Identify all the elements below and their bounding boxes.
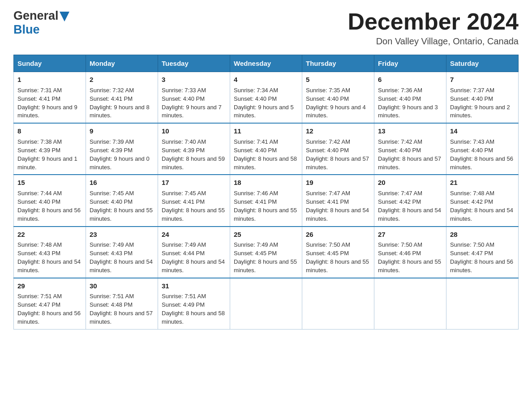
day-info: Sunrise: 7:45 AMSunset: 4:40 PMDaylight:… <box>90 190 153 222</box>
table-row: 7Sunrise: 7:37 AMSunset: 4:40 PMDaylight… <box>446 72 519 124</box>
location-subtitle: Don Valley Village, Ontario, Canada <box>348 36 519 47</box>
table-row <box>446 278 519 330</box>
day-number: 8 <box>17 126 82 136</box>
calendar-header-row: Sunday Monday Tuesday Wednesday Thursday… <box>14 55 519 72</box>
day-number: 16 <box>90 178 154 188</box>
table-row: 6Sunrise: 7:36 AMSunset: 4:40 PMDaylight… <box>374 72 446 124</box>
day-info: Sunrise: 7:47 AMSunset: 4:42 PMDaylight:… <box>378 190 441 222</box>
day-info: Sunrise: 7:47 AMSunset: 4:41 PMDaylight:… <box>306 190 369 222</box>
day-number: 7 <box>450 75 515 85</box>
day-number: 4 <box>234 75 298 85</box>
month-title: December 2024 <box>348 9 519 34</box>
day-info: Sunrise: 7:50 AMSunset: 4:47 PMDaylight:… <box>450 241 513 274</box>
table-row <box>302 278 374 330</box>
table-row: 30Sunrise: 7:51 AMSunset: 4:48 PMDayligh… <box>86 278 158 330</box>
day-info: Sunrise: 7:33 AMSunset: 4:40 PMDaylight:… <box>162 87 222 119</box>
day-info: Sunrise: 7:49 AMSunset: 4:44 PMDaylight:… <box>162 241 225 274</box>
logo-blue-text: Blue <box>13 23 40 36</box>
calendar-week-row: 1Sunrise: 7:31 AMSunset: 4:41 PMDaylight… <box>14 72 519 124</box>
col-wednesday: Wednesday <box>230 55 302 72</box>
day-number: 3 <box>162 75 226 85</box>
col-thursday: Thursday <box>302 55 374 72</box>
day-info: Sunrise: 7:46 AMSunset: 4:41 PMDaylight:… <box>234 190 297 222</box>
day-info: Sunrise: 7:45 AMSunset: 4:41 PMDaylight:… <box>162 190 225 222</box>
day-info: Sunrise: 7:41 AMSunset: 4:40 PMDaylight:… <box>234 138 297 171</box>
day-number: 2 <box>90 75 154 85</box>
col-monday: Monday <box>86 55 158 72</box>
table-row: 21Sunrise: 7:48 AMSunset: 4:42 PMDayligh… <box>446 175 519 226</box>
day-info: Sunrise: 7:50 AMSunset: 4:45 PMDaylight:… <box>306 241 369 274</box>
day-number: 30 <box>90 281 154 291</box>
day-number: 14 <box>450 126 515 136</box>
day-info: Sunrise: 7:32 AMSunset: 4:41 PMDaylight:… <box>90 87 150 119</box>
day-number: 15 <box>17 178 82 188</box>
table-row: 16Sunrise: 7:45 AMSunset: 4:40 PMDayligh… <box>86 175 158 226</box>
col-sunday: Sunday <box>14 55 86 72</box>
table-row: 24Sunrise: 7:49 AMSunset: 4:44 PMDayligh… <box>158 227 230 278</box>
day-number: 11 <box>234 126 298 136</box>
table-row <box>230 278 302 330</box>
day-info: Sunrise: 7:40 AMSunset: 4:39 PMDaylight:… <box>162 138 225 171</box>
table-row: 25Sunrise: 7:49 AMSunset: 4:45 PMDayligh… <box>230 227 302 278</box>
day-number: 17 <box>162 178 226 188</box>
svg-marker-0 <box>60 12 69 21</box>
day-number: 25 <box>234 230 298 240</box>
day-number: 29 <box>17 281 82 291</box>
table-row: 26Sunrise: 7:50 AMSunset: 4:45 PMDayligh… <box>302 227 374 278</box>
day-number: 1 <box>17 75 82 85</box>
day-info: Sunrise: 7:39 AMSunset: 4:39 PMDaylight:… <box>90 138 150 171</box>
day-info: Sunrise: 7:34 AMSunset: 4:40 PMDaylight:… <box>234 87 294 119</box>
day-number: 21 <box>450 178 515 188</box>
day-info: Sunrise: 7:51 AMSunset: 4:47 PMDaylight:… <box>17 293 81 325</box>
table-row: 28Sunrise: 7:50 AMSunset: 4:47 PMDayligh… <box>446 227 519 278</box>
day-number: 23 <box>90 230 154 240</box>
day-info: Sunrise: 7:36 AMSunset: 4:40 PMDaylight:… <box>378 87 438 119</box>
day-number: 18 <box>234 178 298 188</box>
logo-triangle-icon <box>60 12 69 21</box>
day-info: Sunrise: 7:31 AMSunset: 4:41 PMDaylight:… <box>17 87 77 119</box>
day-number: 5 <box>306 75 370 85</box>
table-row: 29Sunrise: 7:51 AMSunset: 4:47 PMDayligh… <box>14 278 86 330</box>
day-info: Sunrise: 7:50 AMSunset: 4:46 PMDaylight:… <box>378 241 441 274</box>
table-row: 1Sunrise: 7:31 AMSunset: 4:41 PMDaylight… <box>14 72 86 124</box>
day-number: 31 <box>162 281 226 291</box>
day-number: 9 <box>90 126 154 136</box>
day-info: Sunrise: 7:51 AMSunset: 4:48 PMDaylight:… <box>90 293 153 325</box>
calendar-table: Sunday Monday Tuesday Wednesday Thursday… <box>13 55 519 330</box>
table-row: 3Sunrise: 7:33 AMSunset: 4:40 PMDaylight… <box>158 72 230 124</box>
day-number: 24 <box>162 230 226 240</box>
col-friday: Friday <box>374 55 446 72</box>
table-row: 8Sunrise: 7:38 AMSunset: 4:39 PMDaylight… <box>14 123 86 175</box>
day-info: Sunrise: 7:49 AMSunset: 4:43 PMDaylight:… <box>90 241 153 274</box>
day-number: 28 <box>450 230 515 240</box>
day-info: Sunrise: 7:42 AMSunset: 4:40 PMDaylight:… <box>306 138 369 171</box>
day-info: Sunrise: 7:37 AMSunset: 4:40 PMDaylight:… <box>450 87 510 119</box>
table-row: 5Sunrise: 7:35 AMSunset: 4:40 PMDaylight… <box>302 72 374 124</box>
day-info: Sunrise: 7:35 AMSunset: 4:40 PMDaylight:… <box>306 87 366 119</box>
day-info: Sunrise: 7:44 AMSunset: 4:40 PMDaylight:… <box>17 190 81 222</box>
day-number: 26 <box>306 230 370 240</box>
table-row: 17Sunrise: 7:45 AMSunset: 4:41 PMDayligh… <box>158 175 230 226</box>
col-saturday: Saturday <box>446 55 519 72</box>
day-number: 10 <box>162 126 226 136</box>
col-tuesday: Tuesday <box>158 55 230 72</box>
table-row: 10Sunrise: 7:40 AMSunset: 4:39 PMDayligh… <box>158 123 230 175</box>
table-row: 15Sunrise: 7:44 AMSunset: 4:40 PMDayligh… <box>14 175 86 226</box>
day-info: Sunrise: 7:48 AMSunset: 4:43 PMDaylight:… <box>17 241 81 274</box>
table-row: 11Sunrise: 7:41 AMSunset: 4:40 PMDayligh… <box>230 123 302 175</box>
table-row: 19Sunrise: 7:47 AMSunset: 4:41 PMDayligh… <box>302 175 374 226</box>
day-number: 22 <box>17 230 82 240</box>
day-info: Sunrise: 7:48 AMSunset: 4:42 PMDaylight:… <box>450 190 513 222</box>
logo: General Blue <box>13 9 69 37</box>
day-number: 13 <box>378 126 442 136</box>
table-row: 31Sunrise: 7:51 AMSunset: 4:49 PMDayligh… <box>158 278 230 330</box>
day-number: 12 <box>306 126 370 136</box>
day-info: Sunrise: 7:51 AMSunset: 4:49 PMDaylight:… <box>162 293 225 325</box>
day-info: Sunrise: 7:42 AMSunset: 4:40 PMDaylight:… <box>378 138 441 171</box>
table-row: 4Sunrise: 7:34 AMSunset: 4:40 PMDaylight… <box>230 72 302 124</box>
day-info: Sunrise: 7:49 AMSunset: 4:45 PMDaylight:… <box>234 241 297 274</box>
calendar-week-row: 22Sunrise: 7:48 AMSunset: 4:43 PMDayligh… <box>14 227 519 278</box>
calendar-title-area: December 2024 Don Valley Village, Ontari… <box>348 9 519 47</box>
table-row: 12Sunrise: 7:42 AMSunset: 4:40 PMDayligh… <box>302 123 374 175</box>
page-header: General Blue December 2024 Don Valley Vi… <box>13 9 519 47</box>
